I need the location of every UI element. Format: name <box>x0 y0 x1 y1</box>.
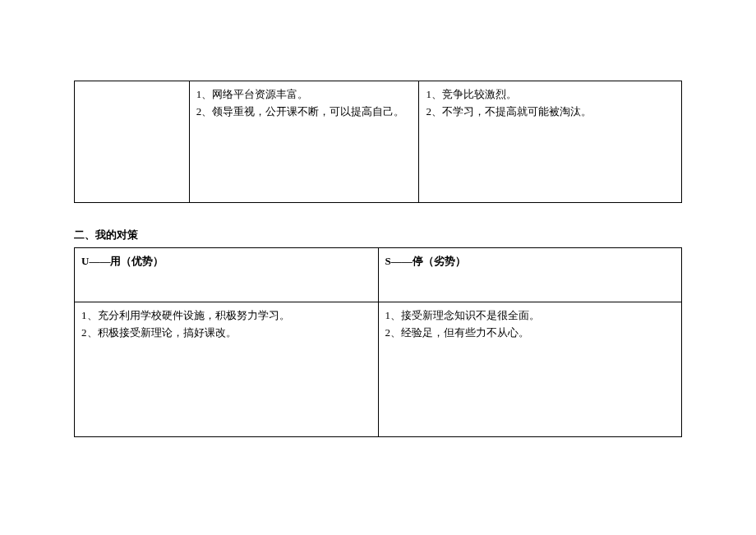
top-table-row: 1、网络平台资源丰富。 2、领导重视，公开课不断，可以提高自己。 1、竞争比较激… <box>75 81 682 203</box>
strategy-use-cell: 1、充分利用学校硬件设施，积极努力学习。 2、积极接受新理论，搞好课改。 <box>75 302 379 437</box>
use-line-1: 1、充分利用学校硬件设施，积极努力学习。 <box>81 307 371 325</box>
top-table-cell-2: 1、网络平台资源丰富。 2、领导重视，公开课不断，可以提高自己。 <box>189 81 419 203</box>
stop-line-1: 1、接受新理念知识不是很全面。 <box>385 307 675 325</box>
top-table-cell-3: 1、竞争比较激烈。 2、不学习，不提高就可能被淘汰。 <box>419 81 682 203</box>
strategy-header-use-label: U——用（优势） <box>81 255 164 267</box>
strategy-table: U——用（优势） S——停（劣势） 1、充分利用学校硬件设施，积极努力学习。 2… <box>74 247 682 437</box>
threat-line-2: 2、不学习，不提高就可能被淘汰。 <box>426 104 675 121</box>
use-line-2: 2、积极接受新理论，搞好课改。 <box>81 325 371 342</box>
strategy-body-row: 1、充分利用学校硬件设施，积极努力学习。 2、积极接受新理论，搞好课改。 1、接… <box>75 302 682 437</box>
strategy-header-stop-label: S——停（劣势） <box>385 255 466 267</box>
top-table: 1、网络平台资源丰富。 2、领导重视，公开课不断，可以提高自己。 1、竞争比较激… <box>74 81 682 203</box>
strategy-header-stop: S——停（劣势） <box>378 248 682 302</box>
top-table-cell-1 <box>75 81 190 203</box>
page-container: 1、网络平台资源丰富。 2、领导重视，公开课不断，可以提高自己。 1、竞争比较激… <box>0 81 756 437</box>
section-title: 二、我的对策 <box>74 228 682 242</box>
stop-line-2: 2、经验足，但有些力不从心。 <box>385 325 675 342</box>
strategy-header-row: U——用（优势） S——停（劣势） <box>75 248 682 302</box>
opportunity-line-2: 2、领导重视，公开课不断，可以提高自己。 <box>196 104 413 121</box>
threat-line-1: 1、竞争比较激烈。 <box>426 86 675 104</box>
strategy-stop-cell: 1、接受新理念知识不是很全面。 2、经验足，但有些力不从心。 <box>378 302 682 437</box>
opportunity-line-1: 1、网络平台资源丰富。 <box>196 86 413 104</box>
strategy-header-use: U——用（优势） <box>75 248 379 302</box>
